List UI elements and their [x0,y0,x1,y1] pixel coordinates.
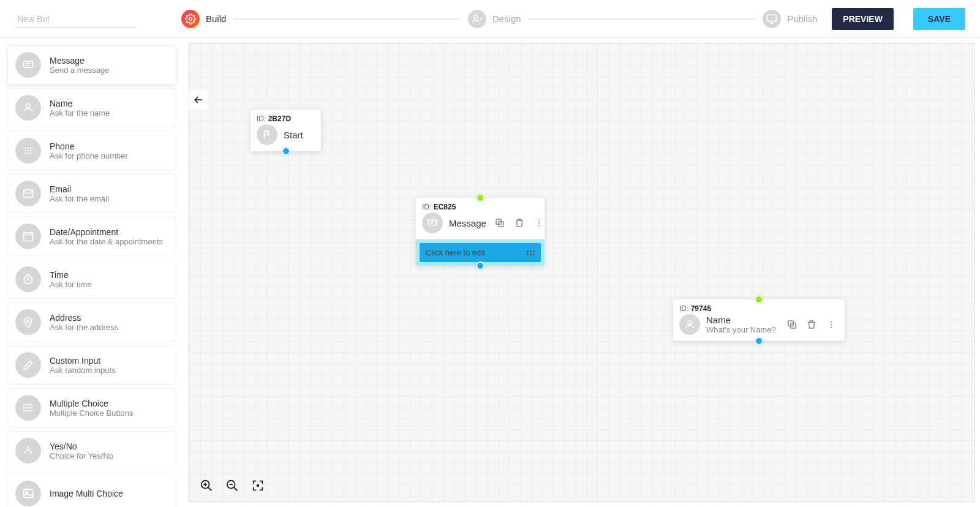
palette-item-name[interactable]: NameAsk for the name [7,88,176,127]
step-publish-label: Publish [787,13,817,24]
more-icon[interactable] [532,216,546,230]
palette-title: Email [50,184,109,194]
svg-point-7 [30,148,32,149]
svg-point-17 [27,320,29,322]
collapse-sidebar-button[interactable] [189,89,208,111]
svg-point-12 [28,152,29,154]
save-button[interactable]: SAVE [913,8,965,30]
svg-point-1 [474,15,478,18]
svg-point-11 [25,152,27,154]
preview-button[interactable]: PREVIEW [832,8,894,30]
copy-icon[interactable] [785,317,799,332]
palette-item-yesno[interactable]: Yes/NoChoice for Yes/No [7,431,176,470]
step-build-label: Build [206,13,226,24]
gear-icon [181,10,200,28]
palette-title: Time [50,270,92,280]
person-icon [679,314,700,335]
zoom-controls [198,477,266,494]
svg-point-29 [538,222,540,223]
palette-title: Image Multi Choice [50,489,123,498]
step-build[interactable]: Build [181,10,226,28]
svg-point-18 [24,404,25,405]
svg-point-39 [257,485,259,487]
step-design[interactable]: Design [468,10,521,28]
node-id: ID: 2B27D [251,110,321,124]
palette-item-time[interactable]: TimeAsk for time [7,260,176,299]
more-icon[interactable] [824,317,839,332]
step-publish[interactable]: Publish [763,10,817,28]
port-out[interactable] [476,261,484,270]
trash-icon[interactable] [804,317,819,332]
palette-item-address[interactable]: AddressAsk for the address [7,302,176,342]
node-start[interactable]: ID: 2B27D Start [251,110,321,151]
svg-rect-3 [24,61,33,67]
keypad-icon [15,138,41,163]
publish-icon [763,10,781,28]
svg-point-0 [189,17,192,20]
svg-rect-15 [24,233,33,241]
bot-name-input[interactable] [15,9,137,28]
palette-sub: Send a message [50,66,110,75]
svg-point-30 [538,225,540,226]
node-title: Message [449,218,486,228]
flow-canvas[interactable]: ID: 2B27D Start ID: EC825 Message [189,43,975,502]
palette-title: Multiple Choice [50,399,134,408]
palette-item-multichoice[interactable]: Multiple ChoiceMultiple Choice Buttons [7,388,176,427]
svg-point-10 [30,150,32,152]
message-icon [15,52,41,78]
palette-sub: Choice for Yes/No [50,451,113,460]
palette-title: Phone [50,141,128,151]
svg-point-34 [831,321,832,322]
svg-point-19 [24,407,25,408]
palette-item-message[interactable]: MessageSend a message [7,45,176,85]
palette-sub: Ask for the name [50,108,110,118]
svg-point-5 [25,148,27,149]
zoom-in-button[interactable] [198,477,215,494]
image-icon [15,481,41,506]
svg-point-35 [831,324,832,325]
svg-point-13 [30,152,32,154]
step-divider [233,18,461,20]
grip-icon[interactable] [527,250,535,255]
zoom-out-button[interactable] [224,477,241,494]
branch-icon [15,438,41,464]
message-icon [422,212,443,233]
svg-rect-25 [428,220,437,225]
person-icon [15,95,41,121]
node-title: Name [706,315,776,325]
palette-title: Message [50,56,110,66]
palette-item-email[interactable]: EmailAsk for the email [7,174,176,213]
palette-item-imagemulti[interactable]: Image Multi Choice [7,474,176,507]
palette-title: Name [50,99,110,108]
palette-item-phone[interactable]: PhoneAsk for phone number [7,131,176,170]
palette-item-date[interactable]: Date/AppointmentAsk for the date & appoi… [7,217,176,256]
palette-title: Custom Input [50,356,116,366]
edit-hint-text: Click here to edit [426,248,485,257]
copy-icon[interactable] [492,216,507,230]
trash-icon[interactable] [512,216,527,230]
svg-rect-2 [767,15,777,21]
palette-sub: Ask for the date & appointments [50,237,163,246]
node-title: Start [284,130,303,140]
palette-sub: Multiple Choice Buttons [50,408,134,418]
port-out[interactable] [755,337,763,345]
node-message[interactable]: ID: EC825 Message Click here to edit [416,198,545,266]
edit-message-area[interactable]: Click here to edit [420,243,541,262]
palette-item-custom[interactable]: Custom InputAsk random inputs [7,345,176,385]
components-sidebar: MessageSend a message NameAsk for the na… [0,38,184,507]
svg-point-9 [28,150,29,152]
fit-screen-button[interactable] [249,477,266,494]
flag-icon [257,124,277,145]
port-out[interactable] [282,147,290,156]
svg-point-4 [26,103,31,108]
svg-point-6 [28,148,29,149]
port-in[interactable] [476,193,484,202]
node-name[interactable]: ID: 79745 Name What's your Name? [673,299,845,341]
svg-point-28 [538,219,540,220]
steps-nav: Build Design Publish [181,10,817,28]
list-icon [15,395,41,421]
port-in[interactable] [755,295,763,304]
clock-icon [15,266,41,292]
step-divider [529,18,756,20]
calendar-icon [15,223,41,249]
